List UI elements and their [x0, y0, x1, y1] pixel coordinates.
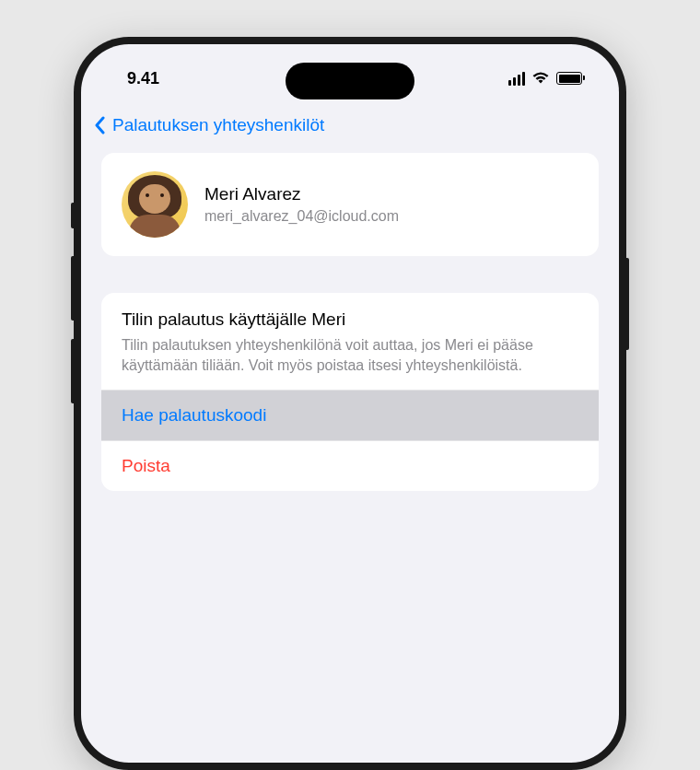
contact-info: Meri Alvarez meri_alvarez_04@icloud.com — [204, 184, 399, 225]
mute-switch — [71, 203, 75, 228]
phone-frame: 9.41 — [74, 37, 626, 770]
volume-up-button — [71, 256, 75, 321]
contact-name: Meri Alvarez — [204, 184, 399, 204]
cellular-signal-icon — [508, 72, 525, 86]
chevron-left-icon — [94, 114, 109, 136]
content-area: Meri Alvarez meri_alvarez_04@icloud.com … — [81, 153, 619, 491]
power-button — [625, 258, 629, 350]
get-recovery-code-button[interactable]: Hae palautuskoodi — [101, 390, 599, 440]
avatar — [122, 171, 188, 238]
battery-icon — [556, 72, 582, 85]
recovery-title: Tilin palautus käyttäjälle Meri — [122, 309, 578, 330]
back-button-label: Palautuksen yhteyshenkilöt — [112, 115, 324, 135]
contact-email: meri_alvarez_04@icloud.com — [204, 208, 399, 225]
status-time: 9.41 — [127, 69, 159, 88]
nav-bar[interactable]: Palautuksen yhteyshenkilöt — [81, 101, 619, 153]
recovery-header: Tilin palautus käyttäjälle Meri Tilin pa… — [101, 293, 599, 390]
volume-down-button — [71, 339, 75, 403]
status-icons — [508, 71, 582, 86]
contact-card[interactable]: Meri Alvarez meri_alvarez_04@icloud.com — [101, 153, 599, 256]
remove-button[interactable]: Poista — [101, 440, 599, 491]
recovery-description: Tilin palautuksen yhteyshenkilönä voit a… — [122, 335, 578, 375]
recovery-card: Tilin palautus käyttäjälle Meri Tilin pa… — [101, 293, 599, 491]
dynamic-island — [286, 63, 414, 99]
phone-screen: 9.41 — [81, 44, 619, 763]
wifi-icon — [531, 71, 550, 86]
